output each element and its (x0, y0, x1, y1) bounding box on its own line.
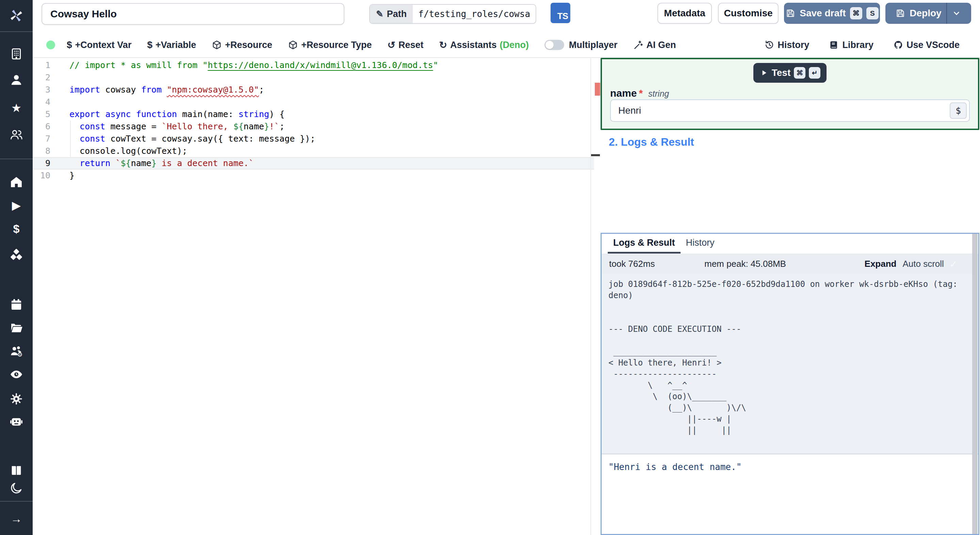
ai-gen-button[interactable]: AI Gen (633, 40, 676, 50)
add-context-var-button[interactable]: $ +Context Var (67, 40, 131, 50)
autoscroll-label[interactable]: Auto scroll (902, 259, 943, 269)
sidebar-item-settings[interactable] (0, 391, 33, 407)
sidebar-item-workspace[interactable] (0, 46, 33, 62)
sidebar-item-favorites[interactable]: ★ (0, 100, 33, 116)
sidebar-item-resources[interactable] (0, 247, 33, 263)
cubes-icon (10, 248, 23, 261)
sidebar-item-dark-mode[interactable] (0, 480, 33, 496)
windmill-logo[interactable] (0, 6, 33, 25)
tab-history[interactable]: History (681, 234, 720, 253)
calendar-icon (10, 298, 23, 311)
sidebar-item-folders[interactable] (0, 319, 33, 336)
log-output: job 0189d64f-812b-525e-f020-652bd9da1100… (601, 274, 978, 454)
sidebar: ★ ▶ $ (0, 0, 33, 535)
add-variable-label: +Variable (156, 40, 196, 50)
customise-button[interactable]: Customise (718, 3, 778, 24)
refresh-icon: ↻ (439, 40, 447, 51)
code-line-2[interactable]: 2 (33, 72, 594, 84)
add-resource-type-button[interactable]: +Resource Type (288, 40, 372, 50)
code-line-7[interactable]: 7 const cowText = cowsay.say({ text: mes… (33, 133, 594, 145)
sidebar-item-home[interactable] (0, 174, 33, 190)
metadata-button[interactable]: Metadata (657, 3, 712, 24)
sidebar-item-variables[interactable]: $ (0, 221, 33, 237)
dollar-icon: $ (67, 40, 72, 50)
history-button[interactable]: History (764, 40, 809, 50)
code-text: const message = `Hello there, ${name}!`; (69, 121, 285, 133)
code-editor[interactable]: 1// import * as wmill from "https://deno… (33, 58, 594, 535)
line-number: 5 (33, 108, 50, 121)
sidebar-item-schedules[interactable] (0, 296, 33, 313)
line-number: 6 (33, 121, 50, 133)
library-book-icon (829, 40, 839, 50)
enter-key-badge: ↵ (809, 67, 821, 79)
command-key-badge: ⌘ (850, 7, 862, 19)
results-tabs: Logs & Result History (601, 234, 978, 253)
results-scrollbar[interactable] (972, 234, 978, 534)
add-resource-button[interactable]: +Resource (212, 40, 272, 50)
assistants-button[interactable]: ↻ Assistants (Deno) (439, 40, 529, 51)
code-line-4[interactable]: 4 (33, 96, 594, 108)
pencil-icon: ✎ (376, 9, 383, 19)
command-key-badge: ⌘ (794, 67, 805, 79)
sidebar-item-groups-settings[interactable]: ⚙ (0, 343, 33, 359)
arg-name-input[interactable] (611, 100, 969, 121)
connection-status-dot (46, 40, 55, 49)
code-lines: 1// import * as wmill from "https://deno… (33, 59, 594, 182)
code-line-1[interactable]: 1// import * as wmill from "https://deno… (33, 59, 594, 72)
use-vscode-button[interactable]: Use VScode (893, 40, 959, 50)
add-context-var-label: +Context Var (75, 40, 132, 50)
sidebar-divider (0, 501, 33, 502)
deploy-separator (946, 3, 947, 24)
sidebar-item-runs[interactable]: ▶ (0, 197, 33, 213)
customise-label: Customise (724, 8, 772, 19)
code-line-5[interactable]: 5export async function main(name: string… (33, 108, 594, 121)
deploy-button[interactable]: Deploy (885, 3, 971, 24)
tab-logs-result[interactable]: Logs & Result (608, 234, 681, 253)
test-button[interactable]: Test ⌘ ↵ (753, 63, 827, 83)
chevron-down-icon[interactable] (952, 8, 961, 18)
sidebar-collapse-button[interactable]: → (0, 511, 33, 527)
windmill-logo-icon (10, 9, 23, 22)
insert-variable-button[interactable]: $ (950, 102, 967, 119)
test-label: Test (772, 67, 791, 78)
result-output: "Henri is a decent name." (601, 454, 978, 534)
multiplayer-label: Multiplayer (569, 40, 617, 50)
code-line-10[interactable]: 10} (33, 169, 594, 182)
add-variable-button[interactable]: $ +Variable (147, 40, 196, 50)
editor-toolbar: $ +Context Var $ +Variable +Resource +Re… (33, 33, 980, 58)
toolbar-right: History Library Use VScode (745, 40, 959, 50)
sidebar-item-audit-logs[interactable] (0, 366, 33, 382)
play-icon: ▶ (12, 199, 21, 211)
windmill-script-editor: ★ ▶ $ (0, 0, 980, 535)
multiplayer-toggle[interactable] (544, 40, 564, 50)
library-button[interactable]: Library (829, 40, 873, 50)
code-line-9[interactable]: 9 return `${name} is a decent name.` (33, 157, 594, 169)
path-control[interactable]: ✎ Path f/testing_roles/cowsa (369, 4, 536, 24)
reset-button[interactable]: ↺ Reset (387, 40, 423, 51)
sidebar-item-docs[interactable] (0, 462, 33, 479)
sidebar-item-user[interactable] (0, 72, 33, 88)
save-draft-label: Save draft (800, 8, 846, 19)
line-number: 10 (33, 169, 50, 182)
sidebar-item-workers[interactable] (0, 413, 33, 430)
sidebar-divider (0, 31, 33, 32)
code-text: const cowText = cowsay.say({ text: messa… (69, 133, 315, 145)
code-line-6[interactable]: 6 const message = `Hello there, ${name}!… (33, 121, 594, 133)
sidebar-item-groups[interactable] (0, 126, 33, 143)
arg-type: string (648, 89, 669, 99)
path-value: f/testing_roles/cowsa (413, 5, 536, 23)
expand-button[interactable]: Expand (865, 259, 897, 269)
save-draft-button[interactable]: Save draft ⌘ S (784, 3, 880, 24)
script-title-input[interactable] (41, 3, 344, 25)
play-icon (759, 68, 768, 77)
code-line-8[interactable]: 8 console.log(cowText); (33, 145, 594, 157)
results-section: Logs & Result History took 762ms mem pea… (601, 233, 979, 535)
path-label: Path (387, 9, 407, 19)
code-line-3[interactable]: 3import cowsay from "npm:cowsay@1.5.0"; (33, 84, 594, 96)
code-text: // import * as wmill from "https://deno.… (69, 59, 438, 72)
autoscroll-check-icon[interactable]: ✓ (950, 258, 958, 270)
line-number: 4 (33, 96, 50, 108)
argument-label: name * string (610, 88, 978, 99)
robot-icon (10, 414, 23, 428)
path-chip: ✎ Path (370, 5, 413, 23)
